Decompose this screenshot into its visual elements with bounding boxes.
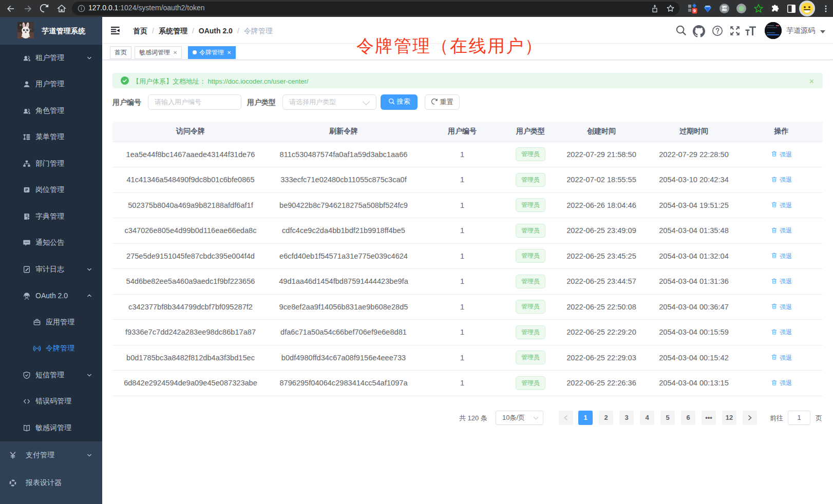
svg-text:9: 9 bbox=[693, 8, 695, 13]
